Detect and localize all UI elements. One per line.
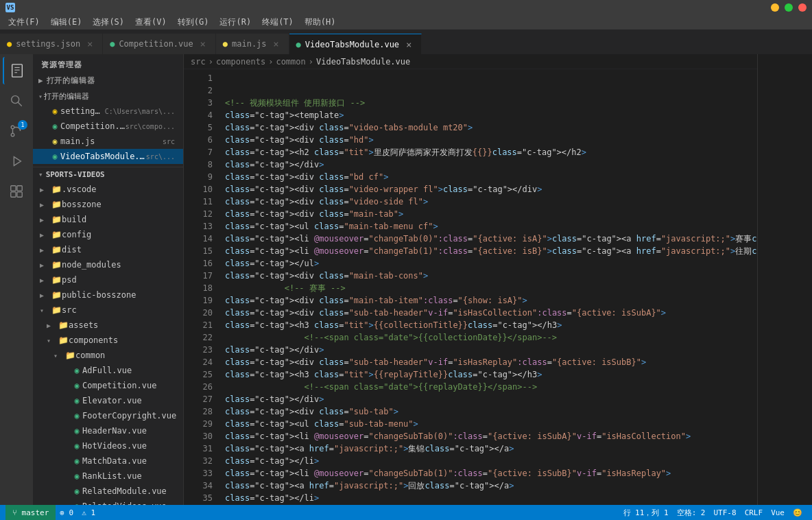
minimize-button[interactable] (771, 3, 779, 12)
breadcrumb-part-3[interactable]: VideoTabsModule.vue (316, 57, 410, 67)
tree-item-build[interactable]: ▶📁build (33, 212, 183, 227)
open-editor-item-VideoTabsModulevue[interactable]: ◉VideoTabsModule.vue src\... (33, 149, 183, 164)
tree-item-vscode[interactable]: ▶📁.vscode (33, 182, 183, 197)
activity-icon-extensions[interactable] (3, 178, 30, 205)
status-eol[interactable]: CRLF (741, 505, 767, 520)
code-line-30: class="c-tag"></li> (218, 455, 757, 467)
vue-icon: ● (110, 39, 115, 49)
svg-marker-9 (14, 157, 21, 166)
line-number-16: 16 (184, 257, 213, 270)
tree-item-src[interactable]: ▾📁src (33, 303, 183, 318)
tree-item-RelatedModulevue[interactable]: ◉RelatedModule.vue (33, 484, 183, 499)
tree-item-components[interactable]: ▾📁components (33, 333, 183, 348)
tree-item-Elevatorvue[interactable]: ◉Elevator.vue (33, 393, 183, 408)
maximize-button[interactable] (785, 3, 793, 12)
sidebar[interactable]: 资源管理器 ▶ 打开的编辑器 ▾ 打开的编辑器◉settings.json C:… (33, 54, 184, 505)
tree-item-name: Competition.vue (82, 381, 178, 390)
tree-item-RankListvue[interactable]: ◉RankList.vue (33, 469, 183, 484)
tree-arrow: ▾ (40, 307, 51, 314)
tree-item-AdFullvue[interactable]: ◉AdFull.vue (33, 363, 183, 378)
menu-item-g[interactable]: 转到(G) (172, 15, 215, 29)
line-number-2: 2 (184, 84, 213, 97)
tab-close-settings[interactable]: × (84, 38, 95, 49)
tree-item-name: node_modules (62, 260, 178, 270)
status-errors[interactable]: ⊗ 0 (56, 505, 77, 520)
status-warnings[interactable]: ⚠ 1 (77, 505, 99, 520)
tab-videotabs[interactable]: ●VideoTabsModule.vue× (289, 34, 422, 54)
line-number-10: 10 (184, 183, 213, 196)
window-controls (771, 3, 807, 12)
activity-icon-git[interactable]: 1 (3, 117, 30, 145)
activity-icon-search[interactable] (3, 87, 30, 115)
tree-item-bosszone[interactable]: ▶📁bosszone (33, 197, 183, 212)
vue-icon: ◉ (71, 441, 82, 451)
open-editors-section-header[interactable]: ▾ 打开的编辑器 (33, 88, 183, 104)
menu-item-r[interactable]: 运行(R) (214, 15, 256, 29)
status-bar: ⑂ master⊗ 0⚠ 1行 11，列 1空格: 2UTF-8CRLFVue😊 (0, 505, 812, 520)
status-encoding[interactable]: UTF-8 (710, 505, 741, 520)
tab-close-videotabs[interactable]: × (403, 39, 414, 50)
tree-item-assets[interactable]: ▶📁assets (33, 318, 183, 333)
line-number-22: 22 (184, 331, 213, 344)
folder-icon: 📁 (51, 260, 62, 270)
tree-arrow: ▶ (40, 246, 51, 254)
tree-item-common[interactable]: ▾📁common (33, 348, 183, 363)
code-line-27: class="c-tag"><ul class="sub-tab-menu"> (218, 418, 757, 430)
line-number-17: 17 (184, 270, 213, 282)
tree-item-Competitionvue[interactable]: ◉Competition.vue (33, 378, 183, 393)
code-content[interactable]: <!-- 视频模块组件 使用新接口 -->class="c-tag"><temp… (218, 72, 757, 502)
tab-main[interactable]: ●main.js× (216, 34, 289, 54)
tree-item-nodemodules[interactable]: ▶📁node_modules (33, 257, 183, 272)
tab-competition[interactable]: ●Competition.vue× (103, 34, 216, 54)
tree-item-HotVideosvue[interactable]: ◉HotVideos.vue (33, 438, 183, 453)
tab-close-competition[interactable]: × (198, 38, 208, 49)
breadcrumb-part-1[interactable]: components (216, 57, 265, 67)
tree-item-name: build (62, 215, 178, 224)
svg-point-7 (11, 133, 14, 137)
tab-settings[interactable]: ●settings.json× (0, 34, 103, 54)
code-line-25: class="c-tag"></div> (218, 393, 757, 405)
open-editor-item-mainjs[interactable]: ◉main.js src (33, 134, 183, 149)
status-git-branch[interactable]: ⑂ master (5, 505, 56, 520)
svg-rect-13 (17, 192, 22, 197)
menu-item-f[interactable]: 文件(F) (3, 15, 45, 29)
tree-item-dist[interactable]: ▶📁dist (33, 242, 183, 257)
code-editor[interactable]: 1234567891011121314151617181920212223242… (184, 69, 757, 505)
tree-item-FooterCopyrightvue[interactable]: ◉FooterCopyright.vue (33, 408, 183, 423)
line-number-21: 21 (184, 319, 213, 331)
tree-item-name: MatchData.vue (82, 456, 178, 466)
open-editor-item-settingsjson[interactable]: ◉settings.json C:\Users\mars\... (33, 104, 183, 119)
tree-item-MatchDatavue[interactable]: ◉MatchData.vue (33, 453, 183, 469)
open-editor-item-Competitionvue[interactable]: ◉Competition.vue src\compo... (33, 119, 183, 134)
status-feedback[interactable]: 😊 (789, 505, 807, 520)
tree-item-config[interactable]: ▶📁config (33, 227, 183, 242)
vue-icon: ◉ (71, 486, 82, 496)
project-root-header[interactable]: ▾ SPORTS-VIDEOS (33, 167, 183, 182)
tree-item-psd[interactable]: ▶📁psd (33, 272, 183, 287)
activity-icon-explorer[interactable] (3, 57, 30, 84)
breadcrumb-part-0[interactable]: src (191, 57, 206, 67)
menu-item-v[interactable]: 查看(V) (130, 15, 172, 29)
tree-item-RelatedVideosvue[interactable]: ◉RelatedVideos.vue (33, 499, 183, 505)
tree-item-HeaderNavvue[interactable]: ◉HeaderNav.vue (33, 423, 183, 438)
menu-item-e[interactable]: 编辑(E) (45, 15, 88, 29)
tab-close-main[interactable]: × (271, 38, 282, 49)
menu-item-h[interactable]: 帮助(H) (299, 15, 342, 29)
status-line-col[interactable]: 行 11，列 1 (619, 505, 673, 520)
close-button[interactable] (798, 3, 807, 12)
open-editors-header[interactable]: ▶ 打开的编辑器 (33, 73, 183, 88)
tree-item-publicbosszone[interactable]: ▶📁public-bosszone (33, 287, 183, 303)
folder-icon: 📁 (51, 185, 62, 194)
svg-rect-10 (11, 186, 16, 191)
breadcrumb-part-2[interactable]: common (276, 57, 305, 67)
code-line-29: class="c-tag"><a href="javascript:;">集锦c… (218, 442, 757, 455)
menu-item-t[interactable]: 终端(T) (256, 15, 299, 29)
menu-item-s[interactable]: 选择(S) (87, 15, 130, 29)
code-line-11: class="c-tag"><ul class="main-tab-menu c… (218, 220, 757, 233)
status-language[interactable]: Vue (767, 505, 789, 520)
status-spaces[interactable]: 空格: 2 (673, 505, 710, 520)
code-line-1: <!-- 视频模块组件 使用新接口 --> (218, 97, 757, 109)
js-icon: ● (223, 39, 228, 49)
chevron-down-icon-root: ▾ (38, 170, 43, 179)
activity-icon-debug[interactable] (3, 147, 30, 175)
